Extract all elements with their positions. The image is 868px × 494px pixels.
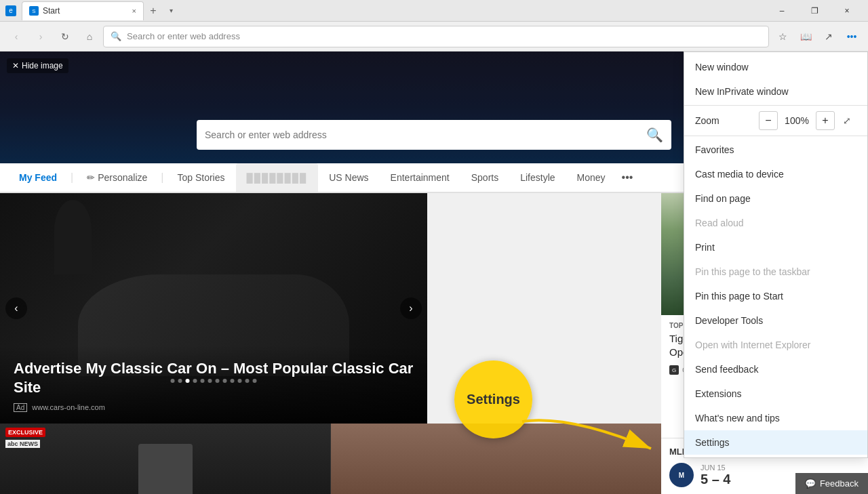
mlb-date: JUN 15 <box>701 464 730 472</box>
article-ad-label: Ad www.cars-on-line.com <box>14 403 414 411</box>
menu-settings[interactable]: Settings <box>684 430 867 455</box>
menu-pin-taskbar: Pin this page to the taskbar <box>684 260 867 284</box>
title-bar: e S Start × + ▾ – ❐ × <box>0 0 868 22</box>
feedback-icon: 💬 <box>805 478 816 489</box>
menu-new-window[interactable]: New window <box>684 55 867 79</box>
left-content: Advertise My Classic Car On – Most Popul… <box>0 193 661 494</box>
menu-print[interactable]: Print <box>684 235 867 260</box>
news-badge: EXCLUSIVE <box>5 428 45 437</box>
settings-more-button[interactable]: ••• <box>841 26 863 47</box>
menu-cast-media[interactable]: Cast media to device <box>684 162 867 186</box>
tab-icon: S <box>29 6 39 16</box>
feed-nav-lifestyle[interactable]: Lifestyle <box>509 163 566 193</box>
menu-separator-2 <box>684 136 867 136</box>
browser-icon: e <box>5 5 16 16</box>
menu-separator-1 <box>684 105 867 106</box>
zoom-plus-button[interactable]: + <box>816 111 835 130</box>
feed-nav-separator-2: | <box>158 171 166 184</box>
tab-dropdown-button[interactable]: ▾ <box>163 3 179 19</box>
feed-nav-us-news[interactable]: US News <box>318 163 379 193</box>
hero-search-submit-icon: 🔍 <box>646 127 663 143</box>
active-tab[interactable]: S Start × <box>22 1 144 20</box>
page-content: ✕ Hide image 🔍 My Feed | ✏ Personalize |… <box>0 52 868 494</box>
tab-title: Start <box>43 6 60 16</box>
hide-image-icon: ✕ <box>12 61 19 70</box>
network-label: abc NEWS <box>5 440 40 448</box>
menu-extensions[interactable]: Extensions <box>684 382 867 406</box>
hero-search-input[interactable] <box>205 129 641 140</box>
feed-nav-personalize[interactable]: ✏ Personalize <box>76 163 158 193</box>
zoom-label: Zoom <box>695 115 759 126</box>
feed-nav-entertainment[interactable]: Entertainment <box>380 163 460 193</box>
feed-nav-money[interactable]: Money <box>566 163 616 193</box>
feedback-label: Feedback <box>820 478 859 489</box>
mlb-score: 5 – 4 <box>701 472 730 487</box>
menu-pin-start[interactable]: Pin this page to Start <box>684 284 867 308</box>
new-tab-button[interactable]: + <box>144 1 163 20</box>
dot-1 <box>171 379 175 383</box>
feed-nav-sports[interactable]: Sports <box>460 163 509 193</box>
hide-image-button[interactable]: ✕ Hide image <box>7 58 68 73</box>
hide-image-label: Hide image <box>22 61 63 70</box>
dot-10 <box>238 379 242 383</box>
bottom-cards-row: EXCLUSIVE abc NEWS <box>0 424 661 494</box>
menu-read-aloud: Read aloud <box>684 211 867 235</box>
menu-whats-new[interactable]: What's new and tips <box>684 406 867 430</box>
context-menu: New window New InPrivate window Zoom − 1… <box>684 52 868 458</box>
reading-view-button[interactable]: 📖 <box>795 26 816 47</box>
nav-bar: ‹ › ↻ ⌂ 🔍 Search or enter web address ☆ … <box>0 22 868 52</box>
menu-find-on-page[interactable]: Find on page <box>684 186 867 211</box>
menu-developer-tools[interactable]: Developer Tools <box>684 308 867 333</box>
feed-nav-more[interactable]: ••• <box>616 171 639 184</box>
mlb-team-logo: M <box>669 463 694 487</box>
maximize-button[interactable]: ❐ <box>799 0 830 22</box>
bottom-card-trump[interactable]: EXCLUSIVE abc NEWS <box>0 424 331 494</box>
address-text: Search or enter web address <box>127 31 240 41</box>
source-icon: G <box>669 365 679 375</box>
zoom-minus-button[interactable]: − <box>759 111 778 130</box>
refresh-button[interactable]: ↻ <box>54 26 76 47</box>
dot-7 <box>216 379 220 383</box>
hero-search[interactable]: 🔍 <box>197 120 671 150</box>
carousel-prev-button[interactable]: ‹ <box>5 297 27 319</box>
share-button[interactable]: ↗ <box>818 26 840 47</box>
feedback-button[interactable]: 💬 Feedback <box>795 473 868 494</box>
tab-close-button[interactable]: × <box>132 7 136 15</box>
feed-nav-blurred: ████████ <box>236 163 319 193</box>
article-source-url: www.cars-on-line.com <box>32 403 105 411</box>
menu-new-inprivate[interactable]: New InPrivate window <box>684 79 867 104</box>
zoom-controls: − 100% + ⤢ <box>759 111 856 130</box>
main-article-card[interactable]: Advertise My Classic Car On – Most Popul… <box>0 193 427 424</box>
bottom-card-women[interactable] <box>331 424 661 494</box>
favorites-star-button[interactable]: ☆ <box>772 26 793 47</box>
dot-4 <box>193 379 197 383</box>
menu-favorites[interactable]: Favorites <box>684 138 867 162</box>
nav-right-buttons: ☆ 📖 ↗ ••• <box>772 26 863 47</box>
feed-nav-separator-1: | <box>68 171 76 184</box>
carousel-next-button[interactable]: › <box>400 297 422 319</box>
close-button[interactable]: × <box>831 0 863 22</box>
feed-nav-top-stories[interactable]: Top Stories <box>166 163 235 193</box>
back-button[interactable]: ‹ <box>5 26 27 47</box>
address-search-icon: 🔍 <box>111 31 121 41</box>
menu-send-feedback[interactable]: Send feedback <box>684 357 867 382</box>
article-overlay: Advertise My Classic Car On – Most Popul… <box>0 346 427 424</box>
dot-3 <box>186 379 190 383</box>
dot-12 <box>253 379 257 383</box>
network-badge: abc NEWS <box>5 440 40 448</box>
zoom-value: 100% <box>781 115 813 126</box>
dot-5 <box>201 379 205 383</box>
pencil-icon: ✏ <box>87 172 95 183</box>
dot-9 <box>231 379 235 383</box>
address-bar[interactable]: 🔍 Search or enter web address <box>103 26 769 47</box>
mlb-score-info: JUN 15 5 – 4 <box>701 464 730 487</box>
menu-open-ie: Open with Internet Explorer <box>684 333 867 357</box>
title-bar-left: e <box>5 5 16 16</box>
forward-button[interactable]: › <box>30 26 52 47</box>
zoom-expand-button[interactable]: ⤢ <box>837 111 856 130</box>
ad-badge: Ad <box>14 403 27 412</box>
feed-nav-my-feed[interactable]: My Feed <box>8 163 68 193</box>
minimize-button[interactable]: – <box>766 0 797 22</box>
home-button[interactable]: ⌂ <box>79 26 100 47</box>
dot-2 <box>178 379 182 383</box>
